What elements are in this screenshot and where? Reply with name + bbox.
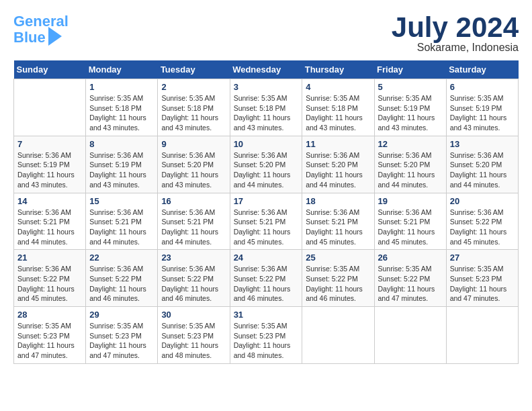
- day-number: 23: [161, 253, 226, 263]
- calendar-cell: 17Sunrise: 5:36 AM Sunset: 5:21 PM Dayli…: [230, 193, 302, 250]
- day-info: Sunrise: 5:35 AM Sunset: 5:18 PM Dayligh…: [89, 93, 154, 133]
- weekday-header-tuesday: Tuesday: [158, 60, 230, 79]
- calendar-cell: 18Sunrise: 5:36 AM Sunset: 5:21 PM Dayli…: [302, 193, 374, 250]
- calendar-cell: 25Sunrise: 5:35 AM Sunset: 5:22 PM Dayli…: [302, 250, 374, 307]
- day-number: 6: [450, 82, 515, 92]
- day-number: 12: [378, 139, 443, 149]
- calendar-cell: 10Sunrise: 5:36 AM Sunset: 5:20 PM Dayli…: [230, 136, 302, 193]
- calendar-cell: 9Sunrise: 5:36 AM Sunset: 5:20 PM Daylig…: [158, 136, 230, 193]
- day-number: 29: [89, 310, 154, 320]
- day-number: 13: [450, 139, 515, 149]
- logo-blue: Blue: [13, 30, 46, 46]
- calendar-cell: 6Sunrise: 5:35 AM Sunset: 5:19 PM Daylig…: [446, 79, 518, 136]
- calendar-week-row: 1Sunrise: 5:35 AM Sunset: 5:18 PM Daylig…: [14, 79, 519, 136]
- calendar-cell: 14Sunrise: 5:36 AM Sunset: 5:21 PM Dayli…: [14, 193, 86, 250]
- title-block: July 2024 Sokarame, Indonesia: [392, 13, 519, 54]
- day-info: Sunrise: 5:36 AM Sunset: 5:21 PM Dayligh…: [306, 208, 370, 247]
- day-number: 27: [450, 253, 515, 263]
- day-info: Sunrise: 5:36 AM Sunset: 5:19 PM Dayligh…: [89, 150, 154, 190]
- day-number: 17: [234, 196, 299, 206]
- day-info: Sunrise: 5:36 AM Sunset: 5:22 PM Dayligh…: [89, 264, 154, 304]
- day-number: 5: [378, 82, 443, 92]
- day-info: Sunrise: 5:36 AM Sunset: 5:22 PM Dayligh…: [161, 264, 226, 304]
- calendar-cell: 31Sunrise: 5:35 AM Sunset: 5:23 PM Dayli…: [230, 307, 302, 364]
- day-info: Sunrise: 5:36 AM Sunset: 5:21 PM Dayligh…: [234, 208, 299, 247]
- day-info: Sunrise: 5:36 AM Sunset: 5:20 PM Dayligh…: [378, 150, 443, 190]
- day-number: 16: [161, 196, 226, 206]
- calendar-cell: 30Sunrise: 5:35 AM Sunset: 5:23 PM Dayli…: [158, 307, 230, 364]
- calendar-cell: 4Sunrise: 5:35 AM Sunset: 5:18 PM Daylig…: [302, 79, 374, 136]
- calendar-cell: 3Sunrise: 5:35 AM Sunset: 5:18 PM Daylig…: [230, 79, 302, 136]
- day-info: Sunrise: 5:35 AM Sunset: 5:23 PM Dayligh…: [161, 321, 226, 361]
- day-info: Sunrise: 5:35 AM Sunset: 5:23 PM Dayligh…: [17, 321, 82, 361]
- calendar-cell: 13Sunrise: 5:36 AM Sunset: 5:20 PM Dayli…: [446, 136, 518, 193]
- day-info: Sunrise: 5:35 AM Sunset: 5:23 PM Dayligh…: [89, 321, 154, 361]
- day-info: Sunrise: 5:36 AM Sunset: 5:20 PM Dayligh…: [306, 150, 370, 190]
- location-label: Sokarame, Indonesia: [392, 42, 519, 54]
- day-info: Sunrise: 5:36 AM Sunset: 5:20 PM Dayligh…: [161, 150, 226, 190]
- day-number: 18: [306, 196, 370, 206]
- day-number: 8: [89, 139, 154, 149]
- day-info: Sunrise: 5:35 AM Sunset: 5:22 PM Dayligh…: [306, 264, 370, 304]
- day-info: Sunrise: 5:36 AM Sunset: 5:22 PM Dayligh…: [450, 208, 515, 247]
- day-info: Sunrise: 5:36 AM Sunset: 5:20 PM Dayligh…: [450, 150, 515, 190]
- day-info: Sunrise: 5:36 AM Sunset: 5:21 PM Dayligh…: [161, 208, 226, 247]
- weekday-header-saturday: Saturday: [446, 60, 518, 79]
- month-title: July 2024: [392, 13, 519, 42]
- calendar-cell: 23Sunrise: 5:36 AM Sunset: 5:22 PM Dayli…: [158, 250, 230, 307]
- calendar-week-row: 14Sunrise: 5:36 AM Sunset: 5:21 PM Dayli…: [14, 193, 519, 250]
- calendar-cell: 29Sunrise: 5:35 AM Sunset: 5:23 PM Dayli…: [86, 307, 158, 364]
- calendar-cell: 24Sunrise: 5:36 AM Sunset: 5:22 PM Dayli…: [230, 250, 302, 307]
- calendar-cell: 28Sunrise: 5:35 AM Sunset: 5:23 PM Dayli…: [14, 307, 86, 364]
- logo-arrow-icon: [48, 27, 62, 46]
- day-info: Sunrise: 5:36 AM Sunset: 5:21 PM Dayligh…: [17, 208, 82, 247]
- calendar-table: SundayMondayTuesdayWednesdayThursdayFrid…: [13, 60, 519, 364]
- day-number: 22: [89, 253, 154, 263]
- day-number: 20: [450, 196, 515, 206]
- day-info: Sunrise: 5:36 AM Sunset: 5:19 PM Dayligh…: [17, 150, 82, 190]
- weekday-header-wednesday: Wednesday: [230, 60, 302, 79]
- day-info: Sunrise: 5:35 AM Sunset: 5:18 PM Dayligh…: [306, 93, 370, 133]
- calendar-cell: [446, 307, 518, 364]
- calendar-cell: 19Sunrise: 5:36 AM Sunset: 5:21 PM Dayli…: [374, 193, 446, 250]
- day-info: Sunrise: 5:35 AM Sunset: 5:23 PM Dayligh…: [450, 264, 515, 304]
- calendar-week-row: 21Sunrise: 5:36 AM Sunset: 5:22 PM Dayli…: [14, 250, 519, 307]
- day-info: Sunrise: 5:36 AM Sunset: 5:20 PM Dayligh…: [234, 150, 299, 190]
- day-number: 26: [378, 253, 443, 263]
- day-info: Sunrise: 5:36 AM Sunset: 5:22 PM Dayligh…: [234, 264, 299, 304]
- calendar-week-row: 7Sunrise: 5:36 AM Sunset: 5:19 PM Daylig…: [14, 136, 519, 193]
- day-number: 30: [161, 310, 226, 320]
- day-number: 7: [17, 139, 82, 149]
- day-number: 10: [234, 139, 299, 149]
- day-info: Sunrise: 5:35 AM Sunset: 5:19 PM Dayligh…: [450, 93, 515, 133]
- day-number: 24: [234, 253, 299, 263]
- day-info: Sunrise: 5:35 AM Sunset: 5:18 PM Dayligh…: [161, 93, 226, 133]
- calendar-cell: 22Sunrise: 5:36 AM Sunset: 5:22 PM Dayli…: [86, 250, 158, 307]
- page-header: General Blue July 2024 Sokarame, Indones…: [13, 13, 519, 54]
- calendar-cell: 15Sunrise: 5:36 AM Sunset: 5:21 PM Dayli…: [86, 193, 158, 250]
- calendar-cell: [302, 307, 374, 364]
- weekday-header-monday: Monday: [86, 60, 158, 79]
- calendar-cell: 27Sunrise: 5:35 AM Sunset: 5:23 PM Dayli…: [446, 250, 518, 307]
- calendar-cell: 5Sunrise: 5:35 AM Sunset: 5:19 PM Daylig…: [374, 79, 446, 136]
- day-number: 4: [306, 82, 370, 92]
- day-number: 19: [378, 196, 443, 206]
- calendar-cell: 7Sunrise: 5:36 AM Sunset: 5:19 PM Daylig…: [14, 136, 86, 193]
- calendar-week-row: 28Sunrise: 5:35 AM Sunset: 5:23 PM Dayli…: [14, 307, 519, 364]
- calendar-cell: [374, 307, 446, 364]
- day-number: 21: [17, 253, 82, 263]
- day-info: Sunrise: 5:36 AM Sunset: 5:21 PM Dayligh…: [89, 208, 154, 247]
- day-info: Sunrise: 5:35 AM Sunset: 5:22 PM Dayligh…: [378, 264, 443, 304]
- day-number: 31: [234, 310, 299, 320]
- day-number: 9: [161, 139, 226, 149]
- calendar-cell: 21Sunrise: 5:36 AM Sunset: 5:22 PM Dayli…: [14, 250, 86, 307]
- calendar-cell: 11Sunrise: 5:36 AM Sunset: 5:20 PM Dayli…: [302, 136, 374, 193]
- day-info: Sunrise: 5:35 AM Sunset: 5:18 PM Dayligh…: [234, 93, 299, 133]
- day-number: 28: [17, 310, 82, 320]
- calendar-cell: 8Sunrise: 5:36 AM Sunset: 5:19 PM Daylig…: [86, 136, 158, 193]
- day-number: 11: [306, 139, 370, 149]
- calendar-cell: 2Sunrise: 5:35 AM Sunset: 5:18 PM Daylig…: [158, 79, 230, 136]
- weekday-header-row: SundayMondayTuesdayWednesdayThursdayFrid…: [14, 60, 519, 79]
- calendar-cell: 1Sunrise: 5:35 AM Sunset: 5:18 PM Daylig…: [86, 79, 158, 136]
- day-number: 14: [17, 196, 82, 206]
